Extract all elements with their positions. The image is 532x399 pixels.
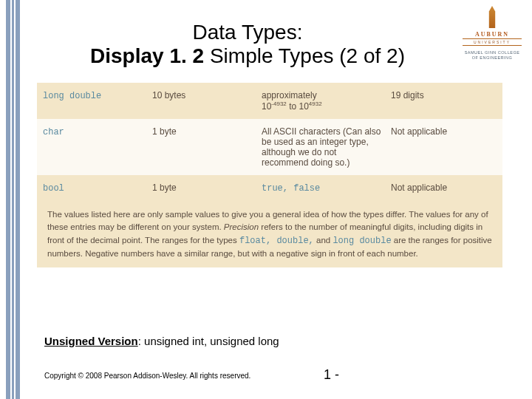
value-cell: All ASCII characters (Can also be used a… [262,126,391,168]
precision-cell: Not applicable [391,126,497,137]
slide: AUBURN UNIVERSITY SAMUEL GINN COLLEGE OF… [0,0,532,399]
note-code1: float, double, [239,236,314,246]
precision-cell: 19 digits [391,90,497,100]
size-cell: 1 byte [152,126,262,137]
table-row: char 1 byte All ASCII characters (Can al… [37,119,502,175]
unsigned-rest: : unsigned int, unsigned long [138,335,279,347]
title-line1: Data Types: [44,21,451,44]
title-rest: Simple Types (2 of 2) [204,44,405,67]
type-name: long double [43,91,101,101]
value-cell: approximately10-4932 to 104932 [262,90,391,112]
type-name: char [43,127,64,137]
types-table: long double 10 bytes approximately10-493… [37,83,502,267]
copyright: Copyright © 2008 Pearson Addison-Wesley.… [44,372,250,380]
slide-title: Data Types: Display 1. 2 Simple Types (2… [44,21,451,68]
note-precision-word: Precision [224,222,259,231]
value-cell: true, false [262,183,320,194]
title-line2: Display 1. 2 Simple Types (2 of 2) [44,44,451,68]
table-row: bool 1 byte true, false Not applicable [37,175,502,201]
precision-cell: Not applicable [391,183,497,193]
logo-line3: SAMUEL GINN COLLEGE OF ENGINEERING [463,50,522,60]
note-code2: long double [332,236,391,246]
unsigned-label: Unsigned Version [44,335,138,347]
logo-line2: UNIVERSITY [463,38,522,46]
page-number: 1 - [324,367,339,383]
note-and: and [314,236,333,245]
left-border [0,0,25,399]
title-bold: Display 1. 2 [90,44,204,67]
unsigned-line: Unsigned Version: unsigned int, unsigned… [44,335,279,347]
auburn-logo: AUBURN UNIVERSITY SAMUEL GINN COLLEGE OF… [463,6,522,60]
type-name: bool [43,183,64,194]
table-note: The values listed here are only sample v… [37,201,502,267]
size-cell: 1 byte [152,183,262,193]
logo-line1: AUBURN [463,31,522,38]
size-cell: 10 bytes [152,90,262,100]
tower-icon [487,6,497,28]
table-row: long double 10 bytes approximately10-493… [37,83,502,119]
